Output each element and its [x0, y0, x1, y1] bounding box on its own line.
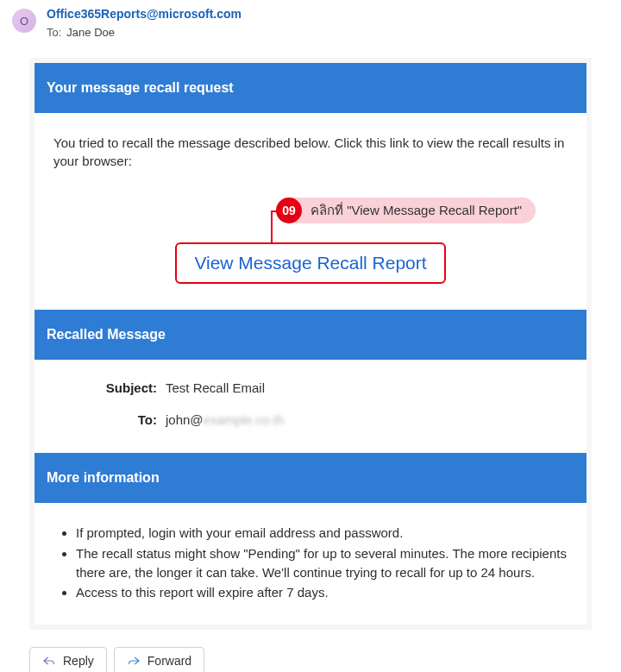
- subject-value: Test Recall Email: [157, 380, 265, 395]
- recipient-value: john@example.co.th: [157, 412, 284, 427]
- callout-step-text: คลิกที่ "View Message Recall Report": [310, 200, 522, 221]
- from-address[interactable]: Office365Reports@microsoft.com: [47, 7, 242, 21]
- section-recall-request-body: You tried to recall the message describe…: [34, 113, 586, 310]
- instruction-callout: 09 คลิกที่ "View Message Recall Report": [53, 198, 568, 225]
- callout-step-number: 09: [276, 198, 302, 223]
- list-item: If prompted, login with your email addre…: [76, 524, 568, 543]
- section-recalled-message-body: Subject: Test Recall Email To: john@exam…: [34, 360, 586, 453]
- action-bar: Reply Forward: [29, 647, 621, 672]
- recipient-label: To:: [53, 412, 157, 427]
- section-recall-request-header: Your message recall request: [34, 63, 586, 113]
- section-recalled-message-header: Recalled Message: [34, 310, 586, 360]
- callout-pill: 09 คลิกที่ "View Message Recall Report": [278, 198, 536, 223]
- subject-label: Subject:: [53, 380, 157, 395]
- recall-intro-text: You tried to recall the message describe…: [53, 134, 568, 170]
- list-item: Access to this report will expire after …: [76, 583, 568, 602]
- view-recall-report-link[interactable]: View Message Recall Report: [175, 242, 445, 284]
- section-more-info-body: If prompted, login with your email addre…: [34, 503, 586, 625]
- email-header: O Office365Reports@microsoft.com To:Jane…: [0, 0, 621, 46]
- to-value: Jane Doe: [66, 26, 115, 39]
- info-list: If prompted, login with your email addre…: [53, 524, 568, 602]
- forward-label: Forward: [147, 654, 191, 668]
- avatar: O: [12, 9, 36, 33]
- forward-icon: [127, 654, 141, 668]
- to-label: To:: [47, 26, 61, 39]
- recipient-visible: john@: [166, 412, 204, 427]
- list-item: The recall status might show "Pending" f…: [76, 544, 568, 582]
- recipient-blurred: example.co.th: [204, 412, 284, 427]
- reply-label: Reply: [63, 654, 94, 668]
- forward-button[interactable]: Forward: [114, 647, 204, 672]
- reply-icon: [42, 654, 56, 668]
- email-body-card: Your message recall request You tried to…: [29, 58, 592, 630]
- section-more-info-header: More information: [34, 453, 586, 503]
- reply-button[interactable]: Reply: [29, 647, 107, 672]
- to-line: To:Jane Doe: [47, 26, 242, 39]
